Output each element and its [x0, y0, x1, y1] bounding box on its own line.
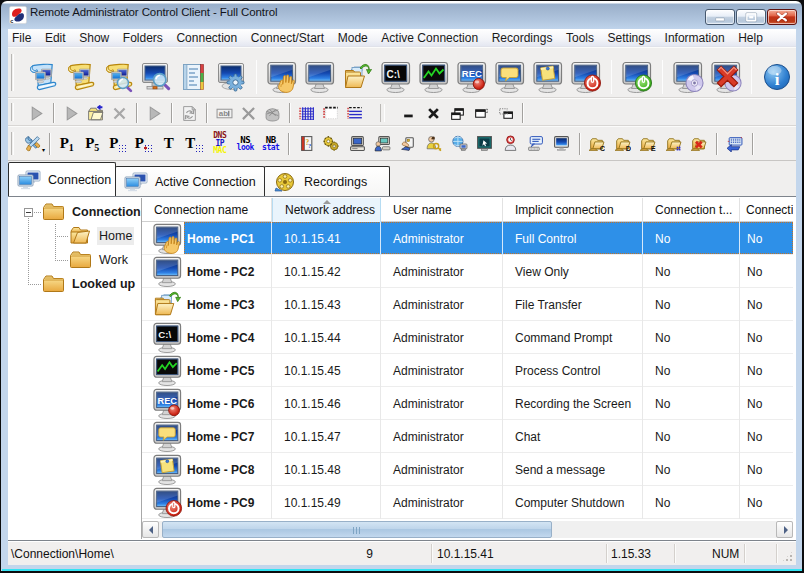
share-custom-button[interactable] — [661, 130, 687, 157]
connect-button[interactable] — [621, 61, 653, 93]
resize-grip[interactable] — [781, 550, 794, 563]
dns-ip-mac-button[interactable]: DNS IP MAC — [207, 130, 233, 157]
Connection[interactable]: Connection — [170, 31, 244, 45]
ns-lookup-button[interactable]: NS look — [233, 130, 259, 157]
delete-button[interactable] — [107, 104, 131, 122]
remote-screen-button[interactable] — [472, 130, 498, 157]
view-list-button[interactable] — [319, 104, 343, 122]
toolbar-button[interactable] — [131, 103, 142, 123]
remove-button[interactable] — [236, 104, 260, 122]
refresh-button[interactable] — [177, 104, 201, 122]
tree-item-work[interactable]: Work — [69, 250, 130, 269]
ping-custom-button[interactable]: P — [131, 130, 157, 157]
maximize-button[interactable] — [736, 9, 766, 25]
close-window-button[interactable] — [421, 104, 445, 122]
horizontal-scrollbar[interactable] — [142, 521, 793, 538]
toolbar-button[interactable] — [256, 60, 257, 94]
Show[interactable]: Show — [72, 31, 116, 45]
tree-item-connection[interactable]: Connection — [42, 202, 143, 221]
cascade-windows-button[interactable] — [445, 104, 469, 122]
Folders[interactable]: Folders — [116, 31, 170, 45]
view-report-button[interactable] — [343, 104, 367, 122]
find-connection-button[interactable] — [101, 61, 133, 93]
toolbar-button[interactable] — [611, 60, 612, 94]
nb-stat-button[interactable]: NB stat — [258, 130, 284, 157]
view-only-button[interactable] — [304, 61, 336, 93]
Information[interactable]: Information — [658, 31, 732, 45]
tree-expander[interactable] — [24, 208, 33, 217]
minimize-window-button[interactable] — [397, 104, 421, 122]
play-recording-button[interactable] — [672, 61, 704, 93]
toolbar-button[interactable] — [201, 103, 212, 123]
network-info-button[interactable] — [447, 130, 473, 157]
share-c-button[interactable] — [584, 130, 610, 157]
table-row[interactable]: Home - PC1 10.1.15.41 Administrator Full… — [142, 222, 793, 255]
toolbar-gripper[interactable] — [11, 54, 14, 91]
Mode[interactable]: Mode — [331, 31, 375, 45]
table-row[interactable]: Home - PC9 10.1.15.49 Administrator Comp… — [142, 486, 793, 519]
run-button[interactable] — [142, 104, 166, 122]
computer-info-button[interactable] — [345, 130, 371, 157]
File[interactable]: File — [8, 31, 38, 45]
toolbar-button[interactable] — [284, 103, 295, 123]
Edit[interactable]: Edit — [38, 31, 72, 45]
command-prompt-button[interactable] — [380, 61, 412, 93]
scrollbar-thumb[interactable] — [162, 521, 552, 538]
file-transfer-button[interactable] — [342, 61, 374, 93]
column-header-implicit-connection[interactable]: Implicit connection — [503, 198, 643, 222]
column-header-network-address[interactable]: Network address — [272, 198, 381, 222]
toolbar-button[interactable] — [44, 130, 54, 157]
traceroute-button[interactable]: T — [156, 130, 182, 157]
toolbar-button[interactable] — [48, 103, 59, 123]
connection-settings-button[interactable] — [215, 61, 247, 93]
send-keys-button[interactable] — [722, 130, 748, 157]
close-button[interactable] — [767, 9, 797, 25]
ping-5-button[interactable]: P 5 — [80, 130, 106, 157]
info-button[interactable] — [761, 61, 793, 93]
tools-menu-button[interactable]: ▾ — [20, 130, 44, 157]
full-control-button[interactable] — [266, 61, 298, 93]
clear-button[interactable] — [260, 104, 284, 122]
minimize-button[interactable] — [705, 9, 735, 25]
toolbar-button[interactable] — [517, 103, 528, 123]
process-control-button[interactable] — [418, 61, 450, 93]
titlebar[interactable]: Remote Administrator Control Client - Fu… — [0, 0, 801, 29]
toolbar-button[interactable] — [284, 130, 294, 157]
traceroute-continuous-button[interactable]: T — [182, 130, 208, 157]
table-row[interactable]: Home - PC4 10.1.15.44 Administrator Comm… — [142, 321, 793, 354]
open-folder-button[interactable] — [83, 104, 107, 122]
column-header-connection-t[interactable]: Connection t... — [643, 198, 740, 222]
sessions-button[interactable] — [396, 130, 422, 157]
Tools[interactable]: Tools — [559, 31, 601, 45]
table-row[interactable]: Home - PC6 10.1.15.46 Administrator Reco… — [142, 387, 793, 420]
tab-active-connection[interactable]: Active Connection — [115, 166, 265, 196]
column-header-user-name[interactable]: User name — [381, 198, 503, 222]
unshare-button[interactable] — [686, 130, 712, 157]
toolbar-button[interactable] — [662, 60, 663, 94]
table-row[interactable]: Home - PC2 10.1.15.42 Administrator View… — [142, 255, 793, 288]
new-connection-button[interactable] — [25, 61, 57, 93]
start-button[interactable] — [59, 104, 83, 122]
table-row[interactable]: Home - PC5 10.1.15.45 Administrator Proc… — [142, 354, 793, 387]
send-text-button[interactable] — [523, 130, 549, 157]
tile-vertical-button[interactable] — [493, 104, 517, 122]
Recordings[interactable]: Recordings — [485, 31, 559, 45]
scroll-right-button[interactable] — [776, 521, 793, 538]
tile-horizontal-button[interactable] — [469, 104, 493, 122]
connection-properties-button[interactable] — [177, 61, 209, 93]
toolbar-button[interactable] — [712, 130, 722, 157]
tab-connection[interactable]: Connection — [8, 162, 116, 196]
ping-continuous-button[interactable]: P — [105, 130, 131, 157]
table-row[interactable]: Home - PC8 10.1.15.48 Administrator Send… — [142, 453, 793, 486]
tree-item-home[interactable]: Home — [69, 226, 134, 245]
table-row[interactable]: Home - PC7 10.1.15.47 Administrator Chat… — [142, 420, 793, 453]
Settings[interactable]: Settings — [601, 31, 658, 45]
toolbar-button[interactable] — [166, 103, 177, 123]
tab-recordings[interactable]: Recordings — [264, 166, 390, 196]
tree-item-looked-up[interactable]: Looked up — [42, 274, 137, 293]
disconnect-button[interactable] — [710, 61, 742, 93]
remote-users-button[interactable] — [370, 130, 396, 157]
send-message-button[interactable] — [532, 61, 564, 93]
services-button[interactable] — [319, 130, 345, 157]
Connect/Start[interactable]: Connect/Start — [244, 31, 331, 45]
